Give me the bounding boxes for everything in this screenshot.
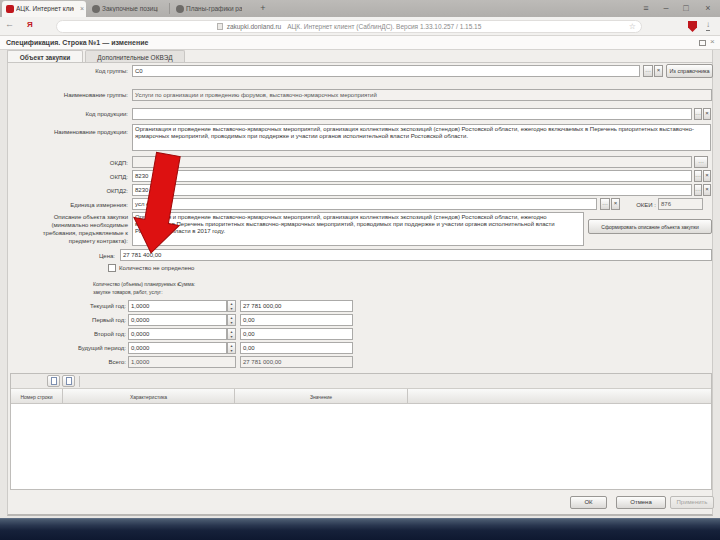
restore-icon[interactable]: □ bbox=[678, 0, 694, 16]
tekushchiy-god-label: Текущий год: bbox=[2, 302, 126, 310]
back-icon[interactable]: ← bbox=[5, 19, 14, 29]
minimize-icon[interactable]: – bbox=[658, 0, 674, 16]
download-icon[interactable]: ↓ bbox=[706, 20, 710, 31]
browse-icon[interactable]: … bbox=[643, 65, 653, 77]
browser-tab-title: Закупочные позиции bbox=[102, 5, 158, 12]
qty-not-defined-checkbox[interactable] bbox=[108, 264, 116, 272]
tab-divider bbox=[7, 62, 713, 63]
browse-icon[interactable]: … bbox=[694, 184, 702, 196]
url-field[interactable]: zakupki.donland.ru АЦК. Интернет клиент … bbox=[56, 20, 642, 33]
kod-gruppy-label: Код группы: bbox=[2, 67, 128, 75]
column-header-nomer-stroki[interactable]: Номер строки bbox=[11, 389, 63, 404]
vtoroy-god-qty-field[interactable]: 0,0000 bbox=[128, 328, 227, 340]
opisanie-label-line3: требования, предъявляемые к bbox=[2, 229, 128, 237]
okdp-label: ОКДП: bbox=[2, 159, 128, 167]
browser-tab-plany-grafiki[interactable]: Планы-графики размещен bbox=[172, 1, 252, 17]
tab-close-icon[interactable]: × bbox=[80, 5, 84, 12]
browse-icon[interactable]: … bbox=[600, 198, 610, 210]
naim-produkcii-label: Наименование продукции: bbox=[2, 128, 128, 136]
edit-row-icon[interactable] bbox=[47, 375, 60, 387]
vsego-qty-field: 1,0000 bbox=[128, 356, 236, 368]
browser-menu-icon[interactable]: ≡ bbox=[638, 0, 654, 16]
clear-icon[interactable]: × bbox=[611, 198, 620, 210]
okei-field: 876 bbox=[658, 198, 703, 210]
url-domain: zakupki.donland.ru bbox=[227, 23, 282, 30]
ok-button[interactable]: ОК bbox=[570, 496, 607, 509]
tab-separator bbox=[169, 3, 170, 14]
tekushchiy-god-qty-field[interactable]: 1,0000 bbox=[128, 300, 227, 312]
kod-produkcii-label: Код продукции: bbox=[2, 110, 128, 118]
opisanie-label-line4: предмету контракта): bbox=[2, 237, 128, 245]
opisanie-label-line2: (минимально необходимые bbox=[2, 221, 128, 229]
browser-tab-zakupochnye[interactable]: Закупочные позиции bbox=[88, 1, 168, 17]
spin-down-icon[interactable]: ▾ bbox=[228, 306, 235, 311]
edinica-izmereniya-field[interactable]: усл ед bbox=[132, 198, 597, 210]
browser-tab-strip: АЦК. Интернет клиент (С × Закупочные поз… bbox=[0, 0, 720, 17]
browse-icon[interactable]: … bbox=[694, 170, 702, 182]
clear-icon[interactable]: × bbox=[654, 65, 663, 77]
pervyy-god-label: Первый год: bbox=[2, 316, 126, 324]
yandex-logo-icon[interactable]: Я bbox=[27, 20, 33, 29]
quantity-stepper[interactable]: ▴▾ bbox=[227, 300, 236, 312]
naim-gruppy-label: Наименование группы: bbox=[2, 91, 128, 99]
okpd2-label: ОКПД2: bbox=[2, 187, 128, 195]
opisanie-label-line1: Описание объекта закупки bbox=[2, 213, 128, 221]
iz-spravochnika-button[interactable]: Из справочника bbox=[666, 64, 713, 78]
cena-label: Цена: bbox=[2, 252, 115, 260]
browser-tab-title: Планы-графики размещен bbox=[186, 5, 242, 12]
browse-icon[interactable]: … bbox=[694, 108, 702, 120]
protect-shield-icon[interactable] bbox=[688, 21, 697, 32]
spin-down-icon[interactable]: ▾ bbox=[228, 320, 235, 325]
vsego-sum-field: 27 781 000,00 bbox=[240, 356, 353, 368]
characteristics-toolbar bbox=[11, 374, 711, 389]
browser-tab-ack-client[interactable]: АЦК. Интернет клиент (С × bbox=[2, 1, 86, 17]
tekushchiy-god-sum-field[interactable]: 27 781 000,00 bbox=[240, 300, 353, 312]
bookmark-star-icon[interactable]: ☆ bbox=[629, 22, 636, 31]
cancel-button[interactable]: Отмена bbox=[616, 496, 666, 509]
okpd-field[interactable]: 8230 bbox=[132, 170, 692, 182]
url-page-title: АЦК. Интернет клиент (СаблинДС). Версия … bbox=[287, 23, 481, 30]
browse-icon[interactable]: … bbox=[694, 156, 708, 168]
copy-row-icon[interactable] bbox=[62, 375, 75, 387]
okpd-label: ОКПД: bbox=[2, 173, 128, 181]
budushchiy-period-sum-field[interactable]: 0,00 bbox=[240, 342, 353, 354]
close-icon[interactable]: × bbox=[700, 0, 716, 16]
clear-icon[interactable]: × bbox=[703, 184, 711, 196]
new-tab-button[interactable]: + bbox=[256, 2, 270, 15]
characteristics-header-row: Номер строки Характеристика Значение bbox=[11, 389, 711, 404]
okpd2-field[interactable]: 8230 bbox=[132, 184, 692, 196]
spin-down-icon[interactable]: ▾ bbox=[228, 348, 235, 353]
clear-icon[interactable]: × bbox=[703, 108, 711, 120]
edinica-izmereniya-label: Единица измерения: bbox=[2, 201, 128, 209]
vtoroy-god-sum-field[interactable]: 0,00 bbox=[240, 328, 353, 340]
column-header-kharakteristika[interactable]: Характеристика bbox=[63, 389, 235, 404]
column-header-empty bbox=[408, 389, 711, 404]
column-header-znachenie[interactable]: Значение bbox=[235, 389, 408, 404]
apply-button: Применить bbox=[670, 496, 714, 509]
quantity-stepper[interactable]: ▴▾ bbox=[227, 342, 236, 354]
collapse-panel-icon[interactable] bbox=[699, 40, 706, 46]
kod-produkcii-field[interactable] bbox=[132, 108, 692, 120]
browser-tab-title: АЦК. Интернет клиент (С bbox=[16, 5, 74, 12]
opisanie-textarea[interactable]: Организация и проведение выставочно-ярма… bbox=[132, 212, 584, 246]
characteristics-table: Номер строки Характеристика Значение bbox=[10, 373, 712, 490]
okdp-field[interactable] bbox=[132, 156, 692, 168]
kod-gruppy-field[interactable]: С0 bbox=[132, 65, 640, 77]
spin-down-icon[interactable]: ▾ bbox=[228, 334, 235, 339]
naim-produkcii-textarea[interactable]: Организация и проведение выставочно-ярма… bbox=[132, 124, 711, 151]
page-icon bbox=[217, 23, 223, 30]
clear-icon[interactable]: × bbox=[703, 170, 711, 182]
dialog-title: Спецификация. Строка №1 — изменение bbox=[6, 39, 148, 46]
budushchiy-period-qty-field[interactable]: 0,0000 bbox=[128, 342, 227, 354]
qty-header-line1: Количество (объемы) планируемых к bbox=[93, 281, 179, 287]
qty-header-line2: закупке товаров, работ, услуг: bbox=[93, 289, 163, 295]
toolbar-separator bbox=[79, 376, 80, 387]
cena-field[interactable]: 27 781 400,00 bbox=[120, 249, 712, 261]
quantity-stepper[interactable]: ▴▾ bbox=[227, 328, 236, 340]
pervyy-god-qty-field[interactable]: 0,0000 bbox=[128, 314, 227, 326]
pervyy-god-sum-field[interactable]: 0,00 bbox=[240, 314, 353, 326]
sformirovat-opisanie-button[interactable]: Сформировать описание объекта закупки bbox=[588, 219, 712, 234]
quantity-stepper[interactable]: ▴▾ bbox=[227, 314, 236, 326]
tab3-favicon bbox=[176, 5, 184, 13]
close-panel-icon[interactable]: × bbox=[710, 37, 715, 46]
